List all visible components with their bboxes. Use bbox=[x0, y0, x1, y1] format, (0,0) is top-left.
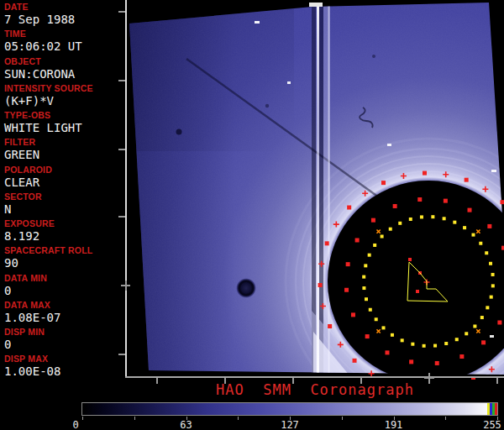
colorbar-tick bbox=[134, 417, 135, 420]
field-label: INTENSITY SOURCE bbox=[4, 81, 126, 94]
field-value: 8.192 bbox=[4, 229, 126, 243]
field-value: 0 bbox=[4, 338, 126, 351]
field-value: 90 bbox=[4, 256, 126, 270]
axis-tick bbox=[156, 378, 158, 384]
field-label: SPACECRAFT ROLL bbox=[4, 244, 126, 256]
axis-tick bbox=[118, 216, 125, 218]
colorbar-label: 63 bbox=[180, 419, 192, 430]
field-value: N bbox=[4, 202, 126, 216]
field-label: DISP MAX bbox=[4, 352, 126, 364]
field-label: SECTOR bbox=[4, 190, 126, 202]
field-value: (K+F)*V bbox=[4, 94, 126, 108]
axis-tick bbox=[118, 149, 125, 150]
field-value: 05:06:02 UT bbox=[4, 39, 126, 53]
image-display-area bbox=[126, 0, 504, 380]
metadata-field-intensity-source: INTENSITY SOURCE(K+F)*V bbox=[0, 81, 126, 108]
field-label: TYPE-OBS bbox=[4, 108, 126, 121]
colorbar-label: 127 bbox=[281, 419, 299, 430]
metadata-field-data-max: DATA MAX1.08E-07 bbox=[0, 298, 126, 325]
field-label: EXPOSURE bbox=[4, 217, 126, 229]
axis-tick bbox=[118, 11, 125, 13]
metadata-panel: DATE7 Sep 1988TIME05:06:02 UTOBJECTSUN:C… bbox=[0, 0, 126, 380]
metadata-field-type-obs: TYPE-OBSWHITE LIGHT bbox=[0, 108, 126, 135]
field-label: TIME bbox=[4, 27, 126, 39]
colorbar-gradient bbox=[81, 402, 498, 416]
field-value: GREEN bbox=[4, 148, 126, 161]
image-title: HAO SMM Coronagraph bbox=[126, 381, 504, 398]
metadata-field-sector: SECTORN bbox=[0, 190, 126, 217]
field-value: 1.00E-08 bbox=[4, 364, 126, 378]
frame-left-axis bbox=[125, 0, 127, 378]
axis-tick bbox=[428, 373, 430, 384]
axis-tick bbox=[118, 354, 125, 355]
axis-tick bbox=[125, 281, 127, 291]
coronagraph-image bbox=[126, 0, 504, 380]
metadata-field-date: DATE7 Sep 1988 bbox=[0, 0, 126, 27]
field-value: CLEAR bbox=[4, 176, 126, 189]
metadata-field-exposure: EXPOSURE8.192 bbox=[0, 217, 126, 244]
metadata-field-disp-min: DISP MIN0 bbox=[0, 325, 126, 352]
axis-tick bbox=[292, 378, 294, 384]
field-value: 7 Sep 1988 bbox=[4, 13, 126, 26]
field-label: POLAROID bbox=[4, 163, 126, 176]
field-label: DISP MIN bbox=[4, 325, 126, 338]
metadata-field-filter: FILTERGREEN bbox=[0, 135, 126, 162]
field-label: DATE bbox=[4, 0, 126, 13]
colorbar-tick bbox=[82, 417, 83, 420]
axis-tick bbox=[360, 378, 362, 384]
metadata-field-spacecraft-roll: SPACECRAFT ROLL90 bbox=[0, 244, 126, 270]
metadata-field-time: TIME05:06:02 UT bbox=[0, 27, 126, 54]
colorbar-tick bbox=[342, 417, 343, 420]
axis-tick bbox=[224, 378, 226, 384]
field-label: FILTER bbox=[4, 135, 126, 148]
field-label: DATA MIN bbox=[4, 271, 126, 284]
axis-tick bbox=[496, 378, 498, 384]
dark-speck bbox=[176, 129, 182, 135]
colorbar-label: 191 bbox=[385, 419, 403, 430]
field-value: SUN:CORONA bbox=[4, 67, 126, 81]
colorbar-label: 255 bbox=[483, 419, 501, 430]
field-value: WHITE LIGHT bbox=[4, 121, 126, 134]
frame-bottom-axis bbox=[125, 376, 504, 378]
field-label: DATA MAX bbox=[4, 298, 126, 311]
axis-tick bbox=[118, 80, 125, 81]
field-label: OBJECT bbox=[4, 55, 126, 67]
metadata-field-object: OBJECTSUN:CORONA bbox=[0, 55, 126, 81]
metadata-field-data-min: DATA MIN0 bbox=[0, 271, 126, 298]
metadata-field-polaroid: POLAROIDCLEAR bbox=[0, 163, 126, 190]
colorbar-label: 0 bbox=[72, 419, 78, 430]
colorbar-tick bbox=[445, 417, 446, 420]
metadata-field-disp-max: DISP MAX1.00E-08 bbox=[0, 352, 126, 379]
field-value: 0 bbox=[4, 284, 126, 297]
field-value: 1.08E-07 bbox=[4, 311, 126, 324]
colorbar-tick bbox=[238, 417, 239, 420]
coronagraph-viewer: DATE7 Sep 1988TIME05:06:02 UTOBJECTSUN:C… bbox=[0, 0, 504, 430]
